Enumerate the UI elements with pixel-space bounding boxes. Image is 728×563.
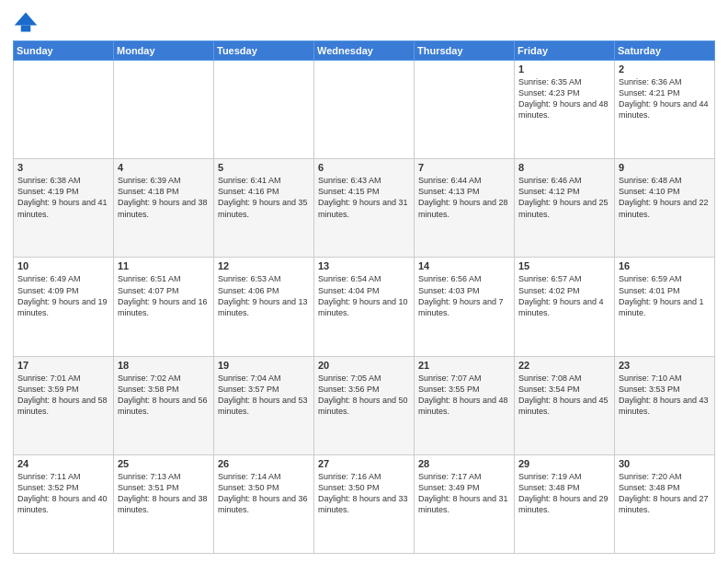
calendar-cell: 30Sunrise: 7:20 AM Sunset: 3:48 PM Dayli… [615, 454, 715, 553]
day-number: 20 [318, 360, 410, 371]
day-info: Sunrise: 6:59 AM Sunset: 4:01 PM Dayligh… [619, 273, 711, 318]
day-header-friday: Friday [515, 41, 615, 61]
day-number: 28 [418, 458, 510, 469]
day-number: 5 [218, 162, 310, 173]
day-header-wednesday: Wednesday [314, 41, 415, 61]
day-number: 22 [518, 360, 610, 371]
day-number: 16 [619, 260, 711, 271]
day-number: 14 [418, 260, 510, 271]
day-number: 7 [418, 162, 510, 173]
day-number: 17 [17, 360, 109, 371]
day-info: Sunrise: 7:08 AM Sunset: 3:54 PM Dayligh… [518, 373, 610, 418]
calendar-cell: 23Sunrise: 7:10 AM Sunset: 3:53 PM Dayli… [615, 356, 715, 454]
day-number: 18 [118, 360, 210, 371]
day-number: 19 [218, 360, 310, 371]
day-header-thursday: Thursday [415, 41, 515, 61]
day-info: Sunrise: 6:36 AM Sunset: 4:21 PM Dayligh… [619, 76, 711, 121]
day-number: 6 [318, 162, 410, 173]
day-info: Sunrise: 6:43 AM Sunset: 4:15 PM Dayligh… [318, 175, 410, 220]
calendar-cell: 20Sunrise: 7:05 AM Sunset: 3:56 PM Dayli… [314, 356, 415, 454]
calendar-cell: 10Sunrise: 6:49 AM Sunset: 4:09 PM Dayli… [14, 258, 114, 356]
day-number: 30 [619, 458, 711, 469]
day-number: 10 [17, 260, 109, 271]
calendar-cell: 6Sunrise: 6:43 AM Sunset: 4:15 PM Daylig… [314, 159, 415, 258]
day-header-monday: Monday [114, 41, 214, 61]
calendar-cell: 17Sunrise: 7:01 AM Sunset: 3:59 PM Dayli… [14, 356, 114, 454]
day-header-saturday: Saturday [615, 41, 715, 61]
week-row-1: 3Sunrise: 6:38 AM Sunset: 4:19 PM Daylig… [14, 159, 715, 258]
day-info: Sunrise: 7:11 AM Sunset: 3:52 PM Dayligh… [17, 471, 109, 516]
calendar-header: SundayMondayTuesdayWednesdayThursdayFrid… [14, 41, 715, 61]
day-info: Sunrise: 7:04 AM Sunset: 3:57 PM Dayligh… [218, 373, 310, 418]
day-number: 24 [17, 458, 109, 469]
day-info: Sunrise: 6:39 AM Sunset: 4:18 PM Dayligh… [118, 175, 210, 220]
day-number: 4 [118, 162, 210, 173]
calendar-cell: 11Sunrise: 6:51 AM Sunset: 4:07 PM Dayli… [114, 258, 214, 356]
day-info: Sunrise: 6:46 AM Sunset: 4:12 PM Dayligh… [518, 175, 610, 220]
calendar-cell: 5Sunrise: 6:41 AM Sunset: 4:16 PM Daylig… [214, 159, 314, 258]
day-number: 21 [418, 360, 510, 371]
week-row-0: 1Sunrise: 6:35 AM Sunset: 4:23 PM Daylig… [14, 61, 715, 159]
calendar-cell: 2Sunrise: 6:36 AM Sunset: 4:21 PM Daylig… [615, 61, 715, 159]
logo-icon [13, 9, 39, 35]
day-info: Sunrise: 6:54 AM Sunset: 4:04 PM Dayligh… [318, 273, 410, 318]
calendar-cell [314, 61, 415, 159]
svg-marker-0 [15, 13, 38, 26]
day-header-sunday: Sunday [14, 41, 114, 61]
calendar-cell: 12Sunrise: 6:53 AM Sunset: 4:06 PM Dayli… [214, 258, 314, 356]
calendar-cell [14, 61, 114, 159]
day-info: Sunrise: 7:16 AM Sunset: 3:50 PM Dayligh… [318, 471, 410, 516]
day-info: Sunrise: 7:02 AM Sunset: 3:58 PM Dayligh… [118, 373, 210, 418]
logo [13, 9, 42, 35]
day-number: 2 [619, 63, 711, 75]
calendar-cell [114, 61, 214, 159]
calendar-cell: 29Sunrise: 7:19 AM Sunset: 3:48 PM Dayli… [515, 454, 615, 553]
day-info: Sunrise: 6:48 AM Sunset: 4:10 PM Dayligh… [619, 175, 711, 220]
week-row-4: 24Sunrise: 7:11 AM Sunset: 3:52 PM Dayli… [14, 454, 715, 553]
calendar-cell: 8Sunrise: 6:46 AM Sunset: 4:12 PM Daylig… [515, 159, 615, 258]
week-row-2: 10Sunrise: 6:49 AM Sunset: 4:09 PM Dayli… [14, 258, 715, 356]
day-info: Sunrise: 7:17 AM Sunset: 3:49 PM Dayligh… [418, 471, 510, 516]
day-info: Sunrise: 7:20 AM Sunset: 3:48 PM Dayligh… [619, 471, 711, 516]
day-info: Sunrise: 6:49 AM Sunset: 4:09 PM Dayligh… [17, 273, 109, 318]
calendar-cell: 16Sunrise: 6:59 AM Sunset: 4:01 PM Dayli… [615, 258, 715, 356]
calendar-cell: 22Sunrise: 7:08 AM Sunset: 3:54 PM Dayli… [515, 356, 615, 454]
day-info: Sunrise: 7:13 AM Sunset: 3:51 PM Dayligh… [118, 471, 210, 516]
day-info: Sunrise: 6:51 AM Sunset: 4:07 PM Dayligh… [118, 273, 210, 318]
day-info: Sunrise: 7:05 AM Sunset: 3:56 PM Dayligh… [318, 373, 410, 418]
calendar-cell: 24Sunrise: 7:11 AM Sunset: 3:52 PM Dayli… [14, 454, 114, 553]
calendar-cell: 1Sunrise: 6:35 AM Sunset: 4:23 PM Daylig… [515, 61, 615, 159]
calendar-cell [415, 61, 515, 159]
day-header-tuesday: Tuesday [214, 41, 314, 61]
calendar-cell: 3Sunrise: 6:38 AM Sunset: 4:19 PM Daylig… [14, 159, 114, 258]
day-number: 8 [518, 162, 610, 173]
calendar: SundayMondayTuesdayWednesdayThursdayFrid… [13, 40, 715, 554]
day-number: 23 [619, 360, 711, 371]
day-number: 27 [318, 458, 410, 469]
calendar-cell: 19Sunrise: 7:04 AM Sunset: 3:57 PM Dayli… [214, 356, 314, 454]
day-number: 12 [218, 260, 310, 271]
week-row-3: 17Sunrise: 7:01 AM Sunset: 3:59 PM Dayli… [14, 356, 715, 454]
header-row: SundayMondayTuesdayWednesdayThursdayFrid… [14, 41, 715, 61]
day-info: Sunrise: 6:35 AM Sunset: 4:23 PM Dayligh… [518, 76, 610, 121]
day-number: 3 [17, 162, 109, 173]
calendar-cell: 21Sunrise: 7:07 AM Sunset: 3:55 PM Dayli… [415, 356, 515, 454]
day-info: Sunrise: 6:56 AM Sunset: 4:03 PM Dayligh… [418, 273, 510, 318]
day-number: 9 [619, 162, 711, 173]
header [13, 9, 715, 35]
svg-rect-1 [21, 26, 31, 32]
calendar-cell: 26Sunrise: 7:14 AM Sunset: 3:50 PM Dayli… [214, 454, 314, 553]
day-info: Sunrise: 6:57 AM Sunset: 4:02 PM Dayligh… [518, 273, 610, 318]
calendar-cell: 7Sunrise: 6:44 AM Sunset: 4:13 PM Daylig… [415, 159, 515, 258]
calendar-cell: 27Sunrise: 7:16 AM Sunset: 3:50 PM Dayli… [314, 454, 415, 553]
calendar-cell: 25Sunrise: 7:13 AM Sunset: 3:51 PM Dayli… [114, 454, 214, 553]
day-number: 13 [318, 260, 410, 271]
day-number: 25 [118, 458, 210, 469]
calendar-body: 1Sunrise: 6:35 AM Sunset: 4:23 PM Daylig… [14, 61, 715, 554]
day-number: 15 [518, 260, 610, 271]
day-info: Sunrise: 6:44 AM Sunset: 4:13 PM Dayligh… [418, 175, 510, 220]
calendar-cell: 18Sunrise: 7:02 AM Sunset: 3:58 PM Dayli… [114, 356, 214, 454]
calendar-cell: 4Sunrise: 6:39 AM Sunset: 4:18 PM Daylig… [114, 159, 214, 258]
calendar-cell: 28Sunrise: 7:17 AM Sunset: 3:49 PM Dayli… [415, 454, 515, 553]
calendar-cell [214, 61, 314, 159]
